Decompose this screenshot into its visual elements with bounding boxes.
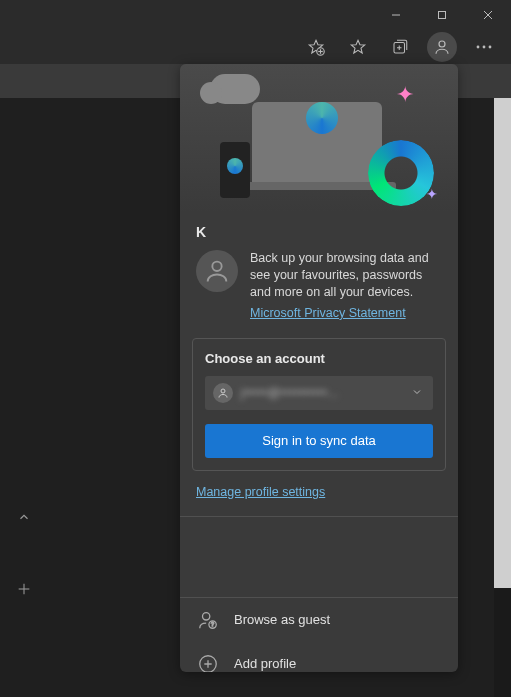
browse-as-guest-button[interactable]: ? Browse as guest — [180, 598, 458, 642]
manage-profile-link[interactable]: Manage profile settings — [196, 485, 325, 499]
privacy-statement-link[interactable]: Microsoft Privacy Statement — [250, 305, 406, 322]
profile-button[interactable] — [427, 32, 457, 62]
account-email: j•••••@••••••••••... — [241, 386, 339, 400]
collapse-sidebar-button[interactable] — [6, 499, 42, 535]
svg-point-12 — [439, 41, 445, 47]
svg-point-14 — [483, 46, 486, 49]
svg-point-20 — [203, 612, 210, 619]
chevron-down-icon — [411, 384, 423, 402]
add-profile-label: Add profile — [234, 656, 296, 671]
phone-icon — [220, 142, 250, 198]
backup-description: Back up your browsing data and see your … — [250, 251, 429, 299]
choose-account-title: Choose an account — [205, 351, 433, 366]
favorites-button[interactable] — [337, 30, 379, 64]
svg-point-13 — [477, 46, 480, 49]
sync-ring-icon — [368, 140, 434, 206]
new-tab-button[interactable] — [6, 571, 42, 607]
account-avatar-icon — [213, 383, 233, 403]
minimize-button[interactable] — [373, 0, 419, 30]
close-button[interactable] — [465, 0, 511, 30]
svg-text:?: ? — [211, 621, 214, 627]
add-icon — [196, 652, 220, 673]
svg-point-15 — [489, 46, 492, 49]
sparkle-icon: ✦ — [396, 82, 414, 108]
maximize-button[interactable] — [419, 0, 465, 30]
window-titlebar — [0, 0, 511, 30]
sign-in-button[interactable]: Sign in to sync data — [205, 424, 433, 458]
more-button[interactable] — [463, 30, 505, 64]
svg-rect-1 — [439, 12, 446, 19]
account-dropdown[interactable]: j•••••@••••••••••... — [205, 376, 433, 410]
add-favorite-button[interactable] — [295, 30, 337, 64]
profile-name: K — [196, 224, 442, 240]
vertical-scrollbar[interactable] — [494, 98, 511, 588]
guest-icon: ? — [196, 608, 220, 632]
add-profile-button[interactable]: Add profile — [180, 642, 458, 673]
edge-logo-icon — [306, 102, 338, 134]
browser-toolbar — [0, 30, 511, 64]
profile-flyout: ✦ ✦ K Back up your browsing data and see… — [180, 64, 458, 672]
svg-marker-8 — [351, 40, 365, 53]
browse-as-guest-label: Browse as guest — [234, 612, 330, 627]
svg-point-18 — [212, 262, 221, 271]
profile-avatar — [196, 250, 238, 292]
svg-point-19 — [221, 389, 225, 393]
choose-account-box: Choose an account j•••••@••••••••••... S… — [192, 338, 446, 471]
sparkle-icon: ✦ — [426, 186, 438, 202]
cloud-icon — [210, 74, 260, 104]
collections-button[interactable] — [379, 30, 421, 64]
sync-hero-image: ✦ ✦ — [180, 64, 458, 212]
